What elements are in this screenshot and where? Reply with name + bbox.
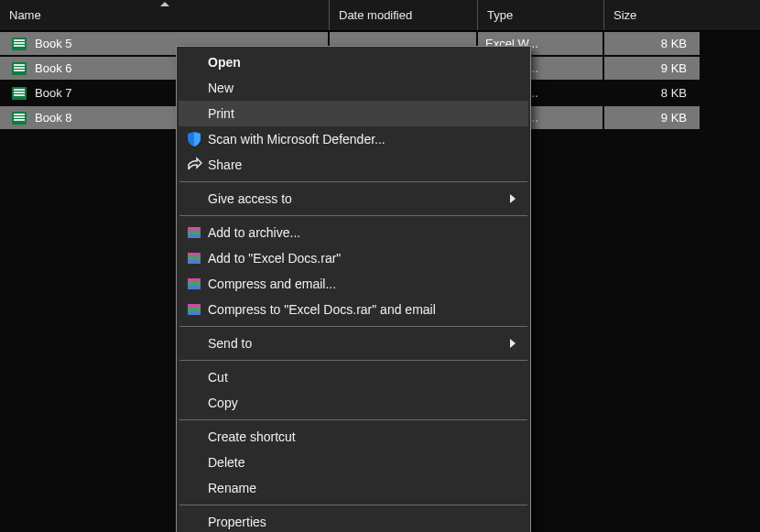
menu-send-to[interactable]: Send to — [179, 331, 528, 356]
svg-rect-9 — [14, 89, 25, 91]
svg-rect-19 — [188, 234, 201, 238]
svg-rect-30 — [188, 308, 201, 311]
menu-delete-label: Delete — [208, 455, 516, 470]
chevron-right-icon — [510, 194, 516, 203]
menu-print[interactable]: Print — [179, 101, 528, 126]
chevron-right-icon — [510, 339, 516, 348]
svg-rect-14 — [14, 116, 25, 118]
winrar-icon — [186, 250, 202, 266]
column-header-type-label: Type — [487, 8, 513, 22]
menu-add-to-archive[interactable]: Add to archive... — [179, 220, 528, 245]
menu-rename-label: Rename — [208, 481, 516, 495]
svg-rect-3 — [14, 45, 25, 47]
column-header-name[interactable]: Name — [0, 0, 330, 30]
svg-rect-29 — [188, 304, 201, 308]
menu-new-label: New — [208, 81, 516, 95]
excel-file-icon — [11, 110, 27, 126]
file-name: Book 7 — [35, 86, 71, 100]
menu-copy-label: Copy — [208, 396, 516, 410]
menu-create-shortcut-label: Create shortcut — [208, 429, 516, 444]
menu-separator — [179, 505, 527, 505]
column-header-name-label: Name — [9, 8, 41, 22]
menu-create-shortcut[interactable]: Create shortcut — [179, 424, 528, 450]
menu-scan-defender[interactable]: Scan with Microsoft Defender... — [179, 126, 528, 152]
svg-rect-1 — [14, 39, 25, 41]
winrar-icon — [186, 301, 202, 318]
menu-share[interactable]: Share — [179, 152, 528, 178]
menu-add-to-rar[interactable]: Add to "Excel Docs.rar" — [179, 245, 528, 271]
file-size: 8 KB — [661, 86, 687, 100]
svg-rect-7 — [14, 70, 25, 71]
file-size: 9 KB — [661, 61, 687, 75]
svg-rect-13 — [14, 114, 25, 115]
menu-compress-rar-email-label: Compress to "Excel Docs.rar" and email — [208, 302, 516, 317]
column-header-type[interactable]: Type — [478, 0, 604, 30]
menu-add-archive-label: Add to archive... — [208, 225, 516, 240]
column-header-size-label: Size — [613, 8, 636, 22]
svg-rect-11 — [14, 94, 25, 96]
column-header-size[interactable]: Size — [604, 0, 701, 30]
menu-print-label: Print — [208, 106, 516, 121]
menu-add-rar-label: Add to "Excel Docs.rar" — [208, 251, 516, 266]
svg-rect-17 — [188, 227, 201, 231]
context-menu: Open New Print Scan with Microsoft Defen… — [176, 46, 531, 532]
menu-open-label: Open — [208, 55, 516, 70]
menu-separator — [179, 215, 527, 216]
file-name: Book 5 — [35, 37, 71, 50]
file-size: 8 KB — [661, 37, 687, 50]
excel-file-icon — [11, 85, 27, 102]
svg-rect-5 — [14, 64, 25, 66]
menu-compress-email-label: Compress and email... — [208, 277, 516, 291]
file-name: Book 6 — [35, 61, 71, 75]
column-header-date-label: Date modified — [339, 8, 412, 22]
file-size: 9 KB — [661, 111, 687, 125]
menu-compress-rar-and-email[interactable]: Compress to "Excel Docs.rar" and email — [179, 297, 528, 322]
menu-open[interactable]: Open — [179, 49, 528, 75]
svg-rect-23 — [188, 260, 201, 264]
menu-give-access-label: Give access to — [208, 191, 510, 206]
menu-properties-label: Properties — [208, 515, 516, 529]
winrar-icon — [186, 276, 202, 292]
menu-share-label: Share — [208, 157, 516, 172]
sort-ascending-icon — [160, 2, 169, 6]
winrar-icon — [186, 224, 202, 241]
menu-new[interactable]: New — [179, 75, 528, 101]
svg-rect-25 — [188, 278, 201, 282]
menu-separator — [179, 360, 527, 361]
svg-rect-10 — [14, 92, 25, 93]
svg-rect-18 — [188, 231, 201, 234]
menu-cut[interactable]: Cut — [179, 364, 528, 390]
svg-rect-21 — [188, 253, 201, 256]
svg-rect-2 — [14, 42, 25, 44]
menu-defender-label: Scan with Microsoft Defender... — [208, 132, 516, 147]
menu-separator — [179, 326, 527, 327]
svg-rect-22 — [188, 256, 201, 260]
menu-send-to-label: Send to — [208, 336, 510, 351]
svg-rect-31 — [188, 311, 201, 315]
menu-compress-and-email[interactable]: Compress and email... — [179, 271, 528, 297]
excel-file-icon — [11, 36, 27, 52]
share-icon — [186, 157, 202, 173]
column-header-date[interactable]: Date modified — [330, 0, 478, 30]
file-name: Book 8 — [35, 111, 71, 125]
menu-delete[interactable]: Delete — [179, 450, 528, 475]
shield-icon — [186, 131, 202, 147]
svg-rect-27 — [188, 286, 201, 289]
menu-copy[interactable]: Copy — [179, 390, 528, 416]
menu-cut-label: Cut — [208, 370, 516, 385]
svg-rect-26 — [188, 282, 201, 286]
excel-file-icon — [11, 60, 27, 77]
menu-separator — [179, 181, 527, 182]
column-header-row: Name Date modified Type Size — [0, 0, 760, 31]
menu-give-access-to[interactable]: Give access to — [179, 186, 528, 212]
menu-properties[interactable]: Properties — [179, 509, 528, 532]
menu-separator — [179, 419, 527, 420]
menu-rename[interactable]: Rename — [179, 475, 528, 501]
svg-rect-15 — [14, 119, 25, 121]
svg-rect-6 — [14, 67, 25, 69]
